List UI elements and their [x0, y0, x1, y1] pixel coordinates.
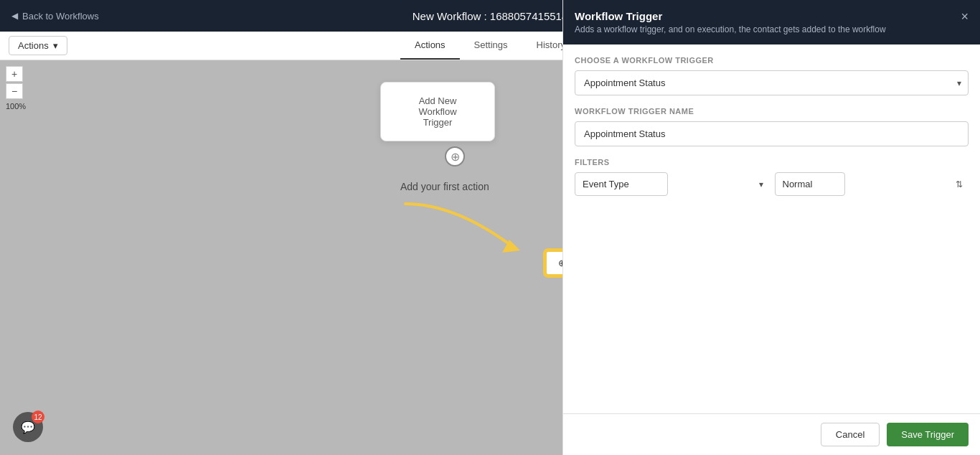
zoom-in-button[interactable]: +	[6, 66, 23, 82]
trigger-name-label: WORKFLOW TRIGGER NAME	[575, 107, 969, 116]
panel-header-content: Workflow Trigger Adds a workflow trigger…	[575, 10, 886, 34]
trigger-node-line1: Add New Workflow	[401, 95, 474, 117]
right-panel: Workflow Trigger Adds a workflow trigger…	[562, 0, 980, 455]
panel-body: CHOOSE A WORKFLOW TRIGGER Appointment St…	[563, 44, 980, 413]
first-action-hint: Add your first action	[400, 181, 489, 192]
panel-close-button[interactable]: ×	[961, 10, 969, 23]
trigger-node-line2: Trigger	[401, 117, 474, 128]
zoom-controls: + − 100%	[6, 66, 26, 111]
event-type-select[interactable]: Event Type Custom Event Standard Event	[575, 172, 668, 196]
zoom-level-label: 100%	[6, 102, 26, 111]
cancel-button[interactable]: Cancel	[821, 423, 880, 446]
tab-settings[interactable]: Settings	[460, 32, 522, 60]
back-arrow-icon: ◀	[11, 11, 18, 21]
panel-header: Workflow Trigger Adds a workflow trigger…	[563, 0, 980, 44]
trigger-node[interactable]: Add New Workflow Trigger	[380, 82, 495, 141]
notification-badge[interactable]: 💬 12	[13, 412, 43, 442]
chevron-down-icon: ▾	[53, 40, 58, 51]
actions-label: Actions	[18, 40, 49, 51]
back-to-workflows-link[interactable]: ◀ Back to Workflows	[0, 11, 110, 22]
notification-count: 12	[32, 411, 44, 423]
event-type-chevron-icon: ▾	[759, 179, 763, 189]
workflow-title: New Workflow : 1688057415514	[413, 10, 568, 22]
notification-icon: 💬	[21, 421, 35, 434]
tabs-group: Actions Settings History	[400, 32, 580, 60]
normal-chevron-icon: ⇅	[956, 179, 963, 189]
trigger-name-input[interactable]	[575, 121, 969, 146]
add-action-circle-button[interactable]: ⊕	[445, 146, 465, 166]
choose-trigger-label: CHOOSE A WORKFLOW TRIGGER	[575, 56, 969, 65]
choose-trigger-select[interactable]: Appointment Status Contact Created Form …	[575, 70, 969, 95]
event-type-wrapper: Event Type Custom Event Standard Event ▾	[575, 172, 769, 196]
tab-actions[interactable]: Actions	[400, 32, 460, 60]
back-label: Back to Workflows	[22, 11, 99, 22]
filters-row: Event Type Custom Event Standard Event ▾…	[575, 172, 969, 196]
choose-trigger-wrapper: Appointment Status Contact Created Form …	[575, 70, 969, 95]
save-trigger-button[interactable]: Save Trigger	[887, 423, 969, 446]
panel-title: Workflow Trigger	[575, 10, 886, 22]
zoom-out-button[interactable]: −	[6, 83, 23, 99]
panel-subtitle: Adds a workflow trigger, and on executio…	[575, 24, 886, 34]
arrow-annotation	[398, 197, 563, 271]
normal-wrapper: Normal Advanced ⇅	[775, 172, 969, 196]
filters-label: FILTERS	[575, 158, 969, 166]
svg-marker-0	[502, 240, 520, 253]
normal-select[interactable]: Normal Advanced	[775, 172, 845, 196]
actions-dropdown-button[interactable]: Actions ▾	[9, 36, 67, 55]
panel-footer: Cancel Save Trigger	[563, 413, 980, 455]
